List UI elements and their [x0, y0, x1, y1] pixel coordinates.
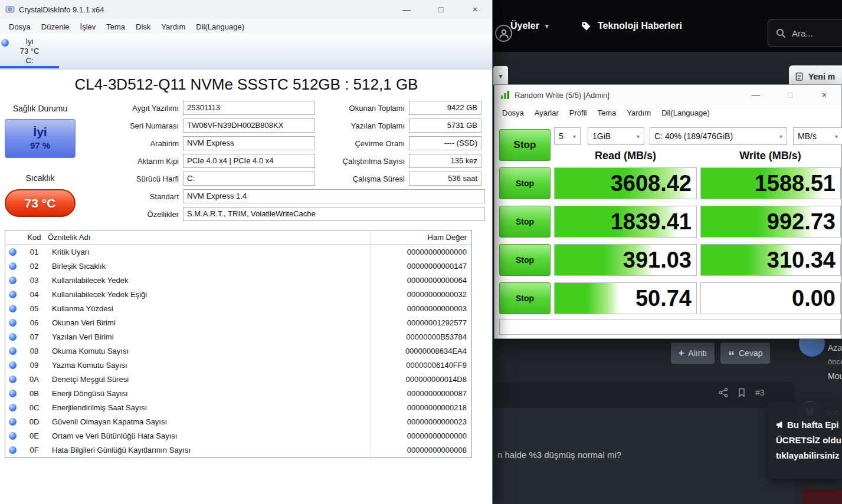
benchmark-row: Stop 3608.42 1588.51 — [499, 167, 841, 199]
nav-members[interactable]: Üyeler ▾ — [510, 0, 548, 52]
read-column-header: Read (MB/s) — [554, 150, 697, 162]
test-size-select[interactable]: 1GiB ▾ — [588, 127, 644, 145]
smart-row[interactable]: 04 Kullanılabilecek Yedek Eşiği 00000000… — [5, 287, 471, 301]
temperature-value: 73 °C — [25, 196, 56, 210]
field-row: Aktarım Kipi PCIe 4.0 x4 | PCIe 4.0 x4 — [62, 154, 315, 168]
smart-raw-value: 000000000014D8 — [371, 375, 471, 384]
smart-code: 07 — [21, 332, 47, 341]
smart-code: 06 — [21, 318, 47, 327]
field-value: C: — [183, 172, 315, 186]
cdi-menu-item[interactable]: Düzenle — [36, 22, 75, 31]
cdm-menu-item[interactable]: Dil(Language) — [656, 108, 715, 117]
stop-row-label: Stop — [516, 217, 534, 226]
reply-button[interactable]: “ Cevap — [720, 342, 770, 364]
smart-row[interactable]: 07 Yazılan Veri Birimi 00000000B53784 — [5, 330, 471, 344]
test-count-select[interactable]: 5 ▾ — [554, 127, 581, 145]
nav-tech-news[interactable]: Teknoloji Haberleri — [581, 0, 682, 52]
field-label: Sürücü Harfi — [62, 174, 183, 183]
disk-tab-c[interactable]: İyi 73 °C C: — [0, 34, 59, 70]
smart-row[interactable]: 02 Birleşik Sıcaklık 00000000000147 — [5, 259, 471, 273]
smart-name: Kullanılabilecek Yedek — [47, 276, 371, 285]
cdm-menu-item[interactable]: Yardım — [621, 108, 656, 117]
field-label: Arabirim — [62, 139, 183, 148]
stop-row-button[interactable]: Stop — [499, 244, 551, 276]
smart-row[interactable]: 03 Kullanılabilecek Yedek 00000000000064 — [5, 273, 471, 287]
cdm-menubar: Dosya Ayarlar Profil Tema Yardım Dil(Lan… — [494, 105, 841, 120]
cdi-menu-item[interactable]: Dil(Language) — [191, 22, 250, 31]
field-row: Çalışma Süresi 536 saat — [322, 172, 481, 186]
field-value: TW06VFN39DH002B808KX — [183, 118, 315, 133]
field-value: NVM Express — [183, 136, 315, 150]
cdm-menu-item[interactable]: Tema — [592, 108, 621, 117]
smart-name: Denetçi Meşgul Süresi — [47, 375, 371, 384]
stop-row-label: Stop — [516, 255, 534, 265]
status-orb-icon — [9, 305, 17, 312]
cdm-menu-item[interactable]: Dosya — [497, 108, 529, 117]
user-avatar-icon[interactable] — [495, 25, 512, 42]
maximize-button[interactable]: □ — [424, 0, 458, 19]
write-result-value: 310.34 — [701, 245, 840, 275]
smart-code: 03 — [21, 276, 47, 285]
cdi-menu-item[interactable]: Disk — [130, 22, 156, 31]
smart-row[interactable]: 05 Kullanma Yüzdesi 00000000000003 — [5, 301, 471, 315]
cdi-menu-item[interactable]: Tema — [101, 22, 130, 31]
target-drive-select[interactable]: C: 40% (189/476GiB) ▾ — [650, 127, 787, 145]
field-row: Seri Numarası TW06VFN39DH002B808KX — [62, 118, 315, 133]
smart-row[interactable]: 0B Enerji Döngüsü Sayısı 00000000000087 — [5, 386, 471, 400]
author-name[interactable]: Azad — [828, 343, 842, 353]
minimize-button[interactable]: — — [389, 0, 424, 19]
close-button[interactable]: × — [458, 0, 492, 19]
share-icon[interactable] — [719, 388, 728, 397]
smart-attributes-table: Kod Öznitelik Adı Ham Değer 01 Kritik Uy… — [5, 230, 472, 458]
cdi-titlebar[interactable]: CrystalDiskInfo 9.1.1 x64 — □ × — [0, 0, 492, 19]
megaphone-icon — [776, 421, 784, 429]
test-size-value: 1GiB — [592, 131, 611, 141]
plus-icon: + — [679, 348, 684, 358]
stop-row-button[interactable]: Stop — [499, 282, 551, 314]
window-controls: — □ × — [389, 0, 492, 19]
close-button[interactable]: × — [807, 85, 841, 105]
chevron-down-icon: ▾ — [835, 133, 838, 140]
status-bar — [499, 319, 841, 335]
smart-row[interactable]: 0C Enerjilendirilmiş Saat Sayısı 0000000… — [5, 400, 471, 414]
quote-button[interactable]: + Alıntı — [671, 342, 715, 364]
smart-row[interactable]: 08 Okuma Komutu Sayısı 00000008634EA4 — [5, 344, 471, 358]
search-input[interactable]: Ara... — [768, 19, 842, 47]
field-row: Okunan Toplamı 9422 GB — [322, 101, 481, 115]
nav-tech-news-label: Teknoloji Haberleri — [598, 21, 682, 31]
collapse-button[interactable]: ▾ — [493, 66, 508, 86]
field-row: Yazılan Toplamı 5731 GB — [322, 118, 481, 133]
unit-select[interactable]: MB/s ▾ — [793, 127, 842, 145]
smart-name: Birleşik Sıcaklık — [47, 262, 371, 271]
smart-row[interactable]: 09 Yazma Komutu Sayısı 00000006140FF9 — [5, 358, 471, 372]
stop-row-button[interactable]: Stop — [499, 167, 551, 199]
cdi-menu-item[interactable]: İşlev — [75, 22, 101, 31]
cdm-titlebar[interactable]: Random Write (5/5) [Admin] — □ × — [494, 85, 841, 105]
smart-code: 08 — [21, 347, 47, 355]
smart-row[interactable]: 0F Hata Bilgileri Günlüğü Kayıtlarının S… — [5, 443, 471, 457]
stop-all-button[interactable]: Stop — [499, 129, 551, 161]
minimize-button[interactable]: — — [739, 85, 773, 105]
smart-name: Yazılan Veri Birimi — [47, 332, 371, 341]
smart-row[interactable]: 0E Ortam ve Veri Bütünlüğü Hata Sayısı 0… — [5, 429, 471, 443]
smart-row[interactable]: 0D Güvenli Olmayan Kapatma Sayısı 000000… — [5, 414, 471, 429]
post-number[interactable]: #3 — [755, 388, 765, 397]
announcement-line-1: Bu hafta Epi — [776, 420, 842, 430]
announcement-text[interactable]: tıklayabilirsiniz — [776, 450, 840, 460]
stop-row-button[interactable]: Stop — [499, 206, 551, 238]
status-orb-icon — [9, 347, 17, 355]
smart-row[interactable]: 01 Kritik Uyarı 00000000000000 — [5, 245, 471, 259]
bottom-right-panel — [802, 489, 842, 504]
smart-row[interactable]: 06 Okunan Veri Birimi 00000001292577 — [5, 315, 471, 330]
cdi-menu-item[interactable]: Dosya — [4, 22, 36, 31]
cdm-menu-item[interactable]: Profil — [564, 108, 592, 117]
cdi-menu-item[interactable]: Yardım — [156, 22, 191, 31]
smart-name: Hata Bilgileri Günlüğü Kayıtlarının Sayı… — [47, 446, 371, 454]
benchmark-row: Stop 50.74 0.00 — [499, 282, 841, 314]
smart-raw-value: 00000006140FF9 — [371, 361, 471, 370]
tag-icon — [581, 21, 591, 31]
status-orb-icon — [9, 375, 17, 383]
smart-row[interactable]: 0A Denetçi Meşgul Süresi 000000000014D8 — [5, 372, 471, 386]
cdm-menu-item[interactable]: Ayarlar — [529, 108, 564, 117]
bookmark-icon[interactable] — [738, 388, 746, 397]
